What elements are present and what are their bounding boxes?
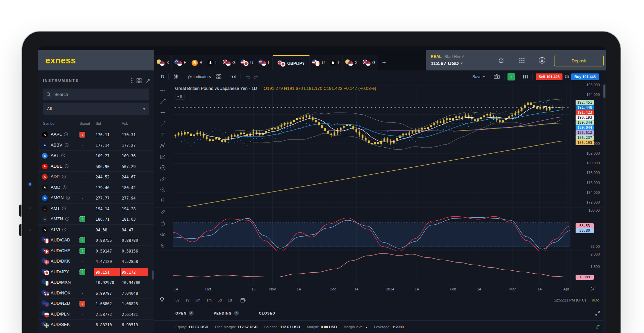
pencil-icon[interactable] — [159, 208, 166, 216]
replay-icon[interactable] — [229, 74, 237, 79]
undo-icon[interactable] — [244, 74, 252, 79]
lock-icon[interactable] — [159, 219, 166, 227]
symbol-name: AUD/SEK — [51, 322, 70, 327]
instrument-row-aud-nok[interactable]: AUD/NOK-6.997977.04048 — [38, 288, 154, 299]
instrument-tab[interactable]: E — [172, 55, 189, 70]
profile-icon[interactable] — [537, 56, 547, 65]
instrument-row-amd[interactable]: AAMD-179.46180.42 — [38, 182, 154, 193]
emoji-icon[interactable] — [159, 164, 166, 171]
trend-up-button[interactable]: ↑ — [507, 73, 515, 80]
instrument-tab[interactable]: 500L — [256, 55, 273, 70]
text-icon[interactable] — [159, 131, 166, 138]
instrument-row-aud-cad[interactable]: AUD/CAD↑0.887550.88780 — [38, 235, 154, 246]
search-box[interactable] — [43, 89, 149, 100]
timeframe-5d[interactable]: 5d — [215, 298, 225, 302]
positions-tab-open[interactable]: OPEN0 — [175, 311, 194, 316]
timeframe-1y[interactable]: 1y — [182, 298, 193, 302]
layout-grid-icon[interactable] — [215, 74, 223, 79]
instrument-row-atvi[interactable]: AATVI-94.3894.47 — [38, 225, 154, 235]
grid-view-icon[interactable] — [137, 78, 142, 83]
instrument-row-amgn[interactable]: AAMGN-277.77277.94 — [38, 193, 154, 204]
zoom-in-icon[interactable] — [159, 186, 166, 193]
ruler-icon[interactable] — [159, 175, 166, 182]
instrument-tab[interactable]: L — [205, 55, 220, 70]
deposit-button[interactable]: Deposit — [554, 55, 604, 66]
alarm-icon[interactable] — [496, 56, 506, 65]
signal-badge: - — [79, 227, 85, 233]
redo-icon[interactable] — [252, 74, 260, 79]
positions-tab-closed[interactable]: CLOSED — [259, 312, 275, 315]
fib-lines-icon[interactable] — [159, 109, 166, 116]
pl-flag-icon — [44, 313, 49, 318]
depth-bars-icon[interactable] — [521, 75, 529, 79]
brush-icon[interactable] — [159, 120, 166, 127]
magnet-icon[interactable] — [159, 197, 166, 205]
timeframe-1m[interactable]: 1m — [204, 298, 215, 302]
flag-pair-icon: 500 — [258, 59, 266, 66]
trash-icon[interactable] — [159, 241, 166, 249]
buy-button[interactable]: Buy 191.448 — [571, 73, 599, 80]
candle-style-icon[interactable] — [172, 74, 180, 79]
instrument-row-amt[interactable]: ▲AMT-194.14194.28 — [38, 204, 154, 214]
positions-tab-pending[interactable]: PENDING0 — [214, 311, 239, 316]
instrument-tab[interactable]: X — [343, 55, 360, 70]
instrument-row-aud-nzd[interactable]: AUD/NZD↓1.088021.08825 — [38, 298, 154, 309]
interval-button[interactable]: D — [160, 74, 165, 79]
timeframe-1d[interactable]: 1d — [225, 298, 235, 302]
instrument-row-aud-jpy[interactable]: AUD/JPY↑99.15199.172 — [38, 267, 154, 278]
instrument-row-amzn[interactable]: aAMZN↑180.71181.03 — [38, 214, 154, 225]
instrument-row-abt[interactable]: aABT-109.27109.36 — [38, 151, 154, 161]
timeframe-5y[interactable]: 5y — [172, 298, 182, 302]
collapse-panel-icon[interactable] — [146, 78, 151, 83]
axis-settings-icon[interactable] — [590, 286, 595, 291]
save-button[interactable]: Save▾ — [471, 74, 486, 79]
instrument-row-aud-pln[interactable]: AUD/PLN-2.587722.61421 — [38, 309, 154, 320]
trend-line-icon[interactable] — [159, 98, 166, 105]
crosshair-icon[interactable] — [159, 87, 166, 94]
expand-panel-icon[interactable] — [595, 311, 600, 316]
instrument-tab[interactable]: BB — [189, 55, 205, 70]
instrument-tab[interactable]: L — [327, 55, 343, 70]
auto-scale-toggle[interactable]: auto — [590, 297, 601, 303]
add-tab-button[interactable]: + — [378, 55, 390, 70]
symbol-avatar: A — [42, 195, 48, 201]
instrument-row-adp[interactable]: AADP-244.52244.67 — [38, 172, 154, 182]
category-filter[interactable]: All ▾ — [43, 103, 149, 115]
exness-logo: exness — [45, 55, 76, 66]
instrument-row-abbv[interactable]: aABBV-177.14177.27 — [38, 140, 154, 151]
instrument-row-aapl[interactable]: AAAPL↓170.11170.31 — [38, 129, 154, 140]
apps-grid-icon[interactable] — [517, 56, 527, 65]
ask-value: 194.28 — [122, 206, 136, 212]
indicators-button[interactable]: ƒx Indicators — [186, 74, 212, 79]
instrument-row-aud-mxn[interactable]: AUD/MXN-10.9297010.94700 — [38, 277, 154, 288]
instrument-tab[interactable]: G — [220, 55, 238, 70]
sidebar-scrollbar[interactable] — [152, 270, 154, 280]
se-flag-icon — [44, 323, 49, 328]
chart-scrollbar[interactable] — [603, 83, 606, 333]
instrument-row-aud-chf[interactable]: AUD/CHF↑0.591470.59156 — [38, 246, 154, 257]
instrument-tab[interactable]: X — [154, 55, 172, 70]
instrument-row-adbe[interactable]: AADBE-506.90507.29 — [38, 161, 154, 172]
scrollbar-thumb[interactable] — [603, 85, 605, 98]
pattern-icon[interactable] — [159, 142, 166, 149]
market-closed-clock-icon — [62, 185, 67, 189]
search-input[interactable] — [54, 92, 146, 97]
instrument-row-aud-dkk[interactable]: AUD/DKK-4.471204.52838 — [38, 256, 154, 267]
instrument-tab[interactable]: G — [360, 55, 378, 70]
sell-button[interactable]: Sell 191.423 — [536, 73, 562, 80]
market-closed-clock-icon — [62, 227, 66, 232]
timeframe-3m[interactable]: 3m — [192, 298, 203, 302]
account-balance[interactable]: 112.67 USD ▾ — [431, 60, 463, 66]
camera-icon[interactable] — [492, 74, 501, 79]
eye-icon[interactable] — [159, 230, 166, 238]
forecast-icon[interactable] — [159, 153, 166, 160]
no-flag-icon — [44, 291, 49, 296]
tab-gbp-jpy[interactable]: GBP/JPY — [273, 55, 310, 70]
indicators-legend-toggle[interactable]: ▾ 5 — [175, 94, 184, 100]
instrument-row-aud-sek[interactable]: AUD/SEK-6.882106.93519 — [38, 320, 154, 330]
more-options-icon[interactable] — [131, 78, 132, 83]
instrument-tab[interactable]: U — [310, 55, 327, 70]
instrument-tab[interactable]: U — [238, 55, 256, 70]
utc-clock[interactable]: 12:55:21 PM (UTC) — [554, 298, 586, 302]
go-to-date-icon[interactable] — [239, 298, 247, 302]
